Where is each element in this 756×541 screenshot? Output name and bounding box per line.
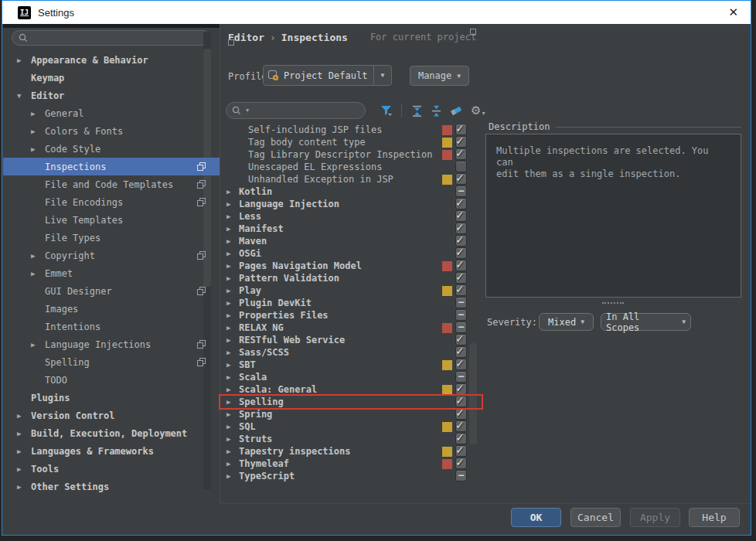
tree-toggle-icon[interactable] [226,274,239,282]
inspection-row[interactable]: RESTful Web Service [220,334,481,346]
sidebar-item[interactable]: Spelling [3,353,220,371]
sidebar-item[interactable]: Languages & Frameworks [3,442,220,460]
manage-button[interactable]: Manage ▼ [410,66,469,86]
inspections-search-input[interactable] [249,104,365,117]
tree-toggle-icon[interactable] [226,225,239,233]
sidebar-item[interactable]: Keymap [3,69,220,87]
gear-icon[interactable]: ⚙▼ [471,105,485,117]
tree-toggle-icon[interactable] [226,213,239,220]
ok-button[interactable]: OK [511,508,561,527]
tree-toggle-icon[interactable] [226,386,239,393]
tree-toggle-icon[interactable] [17,430,31,437]
inspections-search-box[interactable]: ▼ [226,102,366,119]
sidebar-item[interactable]: Intentions [3,318,220,335]
tree-toggle-icon[interactable] [226,398,239,406]
sidebar-item[interactable]: Images [3,300,220,318]
tree-toggle-icon[interactable] [226,262,239,270]
tree-toggle-icon[interactable] [31,110,45,117]
tree-toggle-icon[interactable] [17,447,31,455]
inspection-row[interactable]: SQL [220,420,481,433]
sidebar-item[interactable]: Plugins [3,389,220,407]
inspection-row[interactable]: Kotlin [220,185,481,198]
tree-toggle-icon[interactable] [226,447,239,455]
help-button[interactable]: Help [689,508,740,527]
inspections-scrollbar-thumb[interactable] [469,343,477,444]
inspection-row[interactable]: Unhandled Exception in JSP [220,173,481,185]
sidebar-item[interactable]: Live Templates [3,211,220,229]
tree-toggle-icon[interactable] [31,270,45,277]
inspection-checkbox[interactable] [455,309,467,321]
sidebar-item[interactable]: File Encodings [3,193,220,211]
sidebar-item[interactable]: Inspections [3,158,220,175]
inspection-row[interactable]: Unescaped EL Expressions [220,161,481,173]
inspection-row[interactable]: Spelling [220,396,481,408]
inspection-row[interactable]: OSGi [220,247,481,260]
inspection-row[interactable]: Properties Files [220,309,481,322]
sidebar-item[interactable]: TODO [3,371,220,389]
sidebar-item[interactable]: Copyright [3,247,220,264]
inspection-row[interactable]: Less [220,210,481,223]
inspection-checkbox[interactable] [455,396,467,407]
tree-toggle-icon[interactable] [17,92,31,100]
inspection-checkbox[interactable] [455,284,467,296]
inspection-row[interactable]: Tag body content type [220,136,481,148]
sidebar-item[interactable]: Colors & Fonts [3,122,220,140]
sidebar-item[interactable]: Appearance & Behavior [3,51,220,69]
inspection-checkbox[interactable] [455,470,467,481]
tree-toggle-icon[interactable] [31,145,45,153]
tree-toggle-icon[interactable] [226,361,239,369]
inspection-row[interactable]: Self-including JSP files [220,124,481,136]
tree-toggle-icon[interactable] [17,465,31,473]
inspection-row[interactable]: Pattern Validation [220,272,481,284]
sidebar-item[interactable]: File and Code Templates [3,175,220,193]
inspection-row[interactable]: Sass/SCSS [220,346,481,359]
inspection-row[interactable]: TypeScript [220,470,481,482]
sidebar-item[interactable]: Other Settings [3,478,220,495]
inspection-row[interactable]: RELAX NG [220,322,481,334]
expand-all-icon[interactable] [411,105,423,117]
inspection-row[interactable]: Maven [220,235,481,247]
tree-toggle-icon[interactable] [226,435,239,443]
tree-toggle-icon[interactable] [226,250,239,257]
sidebar-item[interactable]: Build, Execution, Deployment [3,424,220,442]
tree-toggle-icon[interactable] [31,128,45,135]
tree-toggle-icon[interactable] [226,287,239,294]
tree-toggle-icon[interactable] [226,349,239,356]
sidebar-item[interactable]: File Types [3,229,220,247]
sidebar-item[interactable]: Tools [3,460,220,478]
inspection-row[interactable]: Language Injection [220,198,481,210]
inspection-row[interactable]: Spring [220,408,481,420]
tree-toggle-icon[interactable] [226,200,239,208]
severity-combobox[interactable]: Mixed ▼ [539,313,594,331]
sidebar-item[interactable]: Code Style [3,140,220,158]
tree-toggle-icon[interactable] [31,252,45,260]
tree-toggle-icon[interactable] [17,56,31,64]
collapse-all-icon[interactable] [431,105,442,117]
tree-toggle-icon[interactable] [31,341,45,349]
sidebar-item[interactable]: Language Injections [3,335,220,353]
tree-toggle-icon[interactable] [17,483,31,491]
tree-toggle-icon[interactable] [226,299,239,307]
tree-toggle-icon[interactable] [226,324,239,332]
inspection-row[interactable]: Plugin DevKit [220,297,481,309]
profile-dropdown-zone[interactable]: ▼ [373,66,391,85]
inspection-checkbox[interactable] [455,148,467,160]
sidebar-item[interactable]: GUI Designer [3,282,220,300]
inspection-checkbox[interactable] [455,297,467,308]
tree-toggle-icon[interactable] [226,373,239,381]
inspection-row[interactable]: Scala [220,371,481,383]
tree-toggle-icon[interactable] [17,412,31,420]
inspection-checkbox[interactable] [455,359,467,370]
inspection-row[interactable]: Pages Navigation Model [220,260,481,272]
tree-toggle-icon[interactable] [226,336,239,344]
sidebar-item[interactable]: Editor [3,87,220,104]
tree-toggle-icon[interactable] [226,460,239,468]
tree-toggle-icon[interactable] [226,472,239,480]
inspection-row[interactable]: Tapestry inspections [220,445,481,458]
inspection-checkbox[interactable] [455,173,467,185]
tree-toggle-icon[interactable] [226,237,239,245]
inspection-row[interactable]: Thymeleaf [220,458,481,470]
sidebar-item[interactable]: General [3,104,220,122]
tree-toggle-icon[interactable] [226,423,239,430]
sidebar-search-input[interactable] [32,32,209,44]
